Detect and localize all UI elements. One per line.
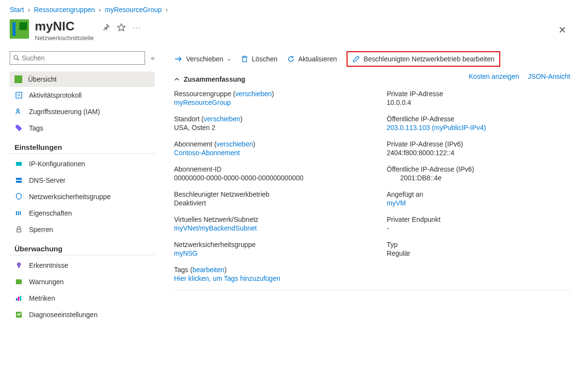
private-ipv6-value: 2404:f800:8000:122::4 — [387, 149, 570, 157]
toolbar-label: Aktualisieren — [298, 55, 337, 63]
svg-rect-19 — [20, 296, 21, 301]
svg-line-0 — [103, 29, 105, 30]
sidebar-item-tags[interactable]: Tags — [10, 120, 155, 136]
rg-value-link[interactable]: myResourceGroup — [174, 99, 231, 106]
vnet-subnet-label: Virtuelles Netzwerk/Subnetz — [174, 216, 358, 223]
sidebar-item-nsg[interactable]: Netzwerksicherheitsgruppe — [10, 189, 155, 205]
svg-rect-18 — [18, 297, 19, 301]
svg-rect-8 — [16, 178, 22, 180]
pencil-icon — [352, 55, 360, 63]
location-label: Standort — [174, 115, 200, 123]
accelerated-networking-value: Deaktiviert — [174, 199, 358, 207]
chevron-right-icon: › — [99, 6, 101, 14]
refresh-button[interactable]: Aktualisieren — [287, 55, 337, 63]
sidebar-item-overview[interactable]: Übersicht — [10, 72, 155, 87]
attached-to-label: Angefügt an — [387, 190, 570, 198]
tags-add-link[interactable]: Hier klicken, um Tags hinzuzufügen — [174, 275, 280, 282]
accelerated-networking-label: Beschleunigter Netzwerkbetrieb — [174, 190, 358, 198]
sidebar-item-insights[interactable]: Erkenntnisse — [10, 257, 155, 274]
metrics-icon — [14, 294, 23, 303]
svg-rect-9 — [16, 181, 22, 183]
sidebar-item-label: Erkenntnisse — [29, 261, 68, 269]
svg-rect-15 — [18, 266, 20, 268]
sidebar-item-label: Zugriffssteuerung (IAM) — [29, 108, 100, 116]
sidebar-item-label: Netzwerksicherheitsgruppe — [29, 193, 111, 201]
sidebar-item-metrics[interactable]: Metriken — [10, 290, 155, 306]
search-input[interactable] — [20, 53, 142, 63]
delete-button[interactable]: Löschen — [241, 55, 277, 63]
sidebar-item-label: Warnungen — [29, 278, 64, 286]
private-ip-label: Private IP-Adresse — [387, 90, 570, 98]
lock-icon — [14, 225, 23, 234]
breadcrumb-item[interactable]: Start — [10, 6, 24, 14]
view-cost-link[interactable]: Kosten anzeigen — [469, 73, 519, 80]
svg-point-6 — [17, 109, 19, 111]
sidebar-item-label: IP-Konfigurationen — [29, 160, 85, 168]
public-ip-label: Öffentliche IP-Adresse — [387, 115, 570, 123]
move-button[interactable]: Verschieben ⌄ — [174, 55, 231, 63]
private-ip-value: 10.0.0.4 — [387, 99, 570, 106]
arrow-right-icon — [174, 55, 183, 63]
dns-icon — [14, 176, 23, 185]
lightbulb-icon — [14, 261, 23, 270]
resource-type-label: Netzwerkschnittstelle — [35, 34, 94, 42]
subscription-value-link[interactable]: Contoso-Abonnement — [174, 149, 240, 157]
svg-rect-17 — [16, 298, 17, 301]
search-input-wrapper[interactable] — [10, 51, 145, 65]
subscription-label: Abonnement — [174, 140, 212, 148]
sidebar-item-alerts[interactable]: Warnungen — [10, 274, 155, 290]
sidebar-item-locks[interactable]: Sperren — [10, 221, 155, 238]
edit-accelerated-networking-button[interactable]: Beschleunigten Netzwerkbetrieb bearbeite… — [347, 51, 500, 67]
sidebar-item-label: Übersicht — [28, 75, 57, 83]
public-ip-link[interactable]: 203.0.113.103 (myPublicIP-IPv4) — [387, 124, 486, 131]
trash-icon — [241, 55, 248, 63]
subscription-id-value: 00000000-0000-0000-0000-000000000000 — [174, 174, 358, 182]
tags-label: Tags — [174, 266, 188, 274]
shield-icon — [14, 192, 23, 201]
sidebar-item-label: Tags — [29, 124, 44, 132]
svg-rect-16 — [16, 279, 22, 284]
svg-rect-7 — [16, 162, 22, 166]
chevron-down-icon: ⌄ — [227, 56, 231, 62]
private-endpoint-label: Privater Endpunkt — [387, 216, 570, 223]
svg-rect-3 — [16, 92, 22, 98]
sidebar-item-diagnostic-settings[interactable]: Diagnoseeinstellungen — [10, 306, 155, 323]
tag-icon — [14, 124, 23, 132]
toolbar-label: Verschieben — [186, 55, 223, 63]
more-icon[interactable]: ··· — [132, 24, 141, 31]
sidebar-item-label: Diagnoseeinstellungen — [29, 311, 98, 319]
toolbar-label: Beschleunigten Netzwerkbetrieb bearbeite… — [363, 55, 494, 63]
sidebar-item-activity-log[interactable]: Aktivitätsprotokoll — [10, 87, 155, 103]
chevron-right-icon: › — [28, 6, 30, 14]
sidebar-item-properties[interactable]: Eigenschaften — [10, 205, 155, 221]
chevron-right-icon: › — [166, 6, 168, 14]
close-button[interactable]: ✕ — [554, 22, 570, 38]
nic-icon — [14, 75, 22, 83]
collapse-sidebar-icon[interactable]: « — [151, 54, 155, 62]
sidebar-item-iam[interactable]: Zugriffssteuerung (IAM) — [10, 103, 155, 120]
location-move-link[interactable]: verschieben — [204, 115, 241, 123]
svg-rect-22 — [243, 57, 246, 62]
sidebar-item-dns-servers[interactable]: DNS-Server — [10, 172, 155, 189]
breadcrumb-item[interactable]: Ressourcengruppen — [34, 6, 95, 14]
summary-heading: Zusammenfassung — [184, 75, 246, 83]
rg-move-link[interactable]: verschieben — [235, 90, 272, 98]
vnet-subnet-link[interactable]: myVNet/myBackendSubnet — [174, 224, 257, 232]
svg-point-1 — [14, 55, 18, 59]
attached-to-link[interactable]: myVM — [387, 199, 406, 207]
sidebar-item-label: DNS-Server — [29, 176, 65, 184]
chevron-up-icon[interactable] — [174, 76, 180, 82]
star-icon[interactable] — [117, 23, 126, 32]
sidebar-item-label: Sperren — [29, 226, 53, 233]
breadcrumb-item[interactable]: myResourceGroup — [105, 6, 162, 14]
json-view-link[interactable]: JSON-Ansicht — [528, 73, 570, 80]
private-ipv6-label: Private IP-Adresse (IPv6) — [387, 140, 570, 148]
nsg-value-link[interactable]: myNSG — [174, 249, 198, 257]
type-label: Typ — [387, 241, 570, 248]
sidebar-item-ip-configurations[interactable]: IP-Konfigurationen — [10, 156, 155, 172]
tags-edit-link[interactable]: bearbeiten — [192, 266, 224, 274]
pin-icon[interactable] — [102, 24, 110, 31]
properties-icon — [14, 209, 23, 218]
svg-point-14 — [17, 262, 21, 266]
subscription-move-link[interactable]: verschieben — [217, 140, 253, 148]
